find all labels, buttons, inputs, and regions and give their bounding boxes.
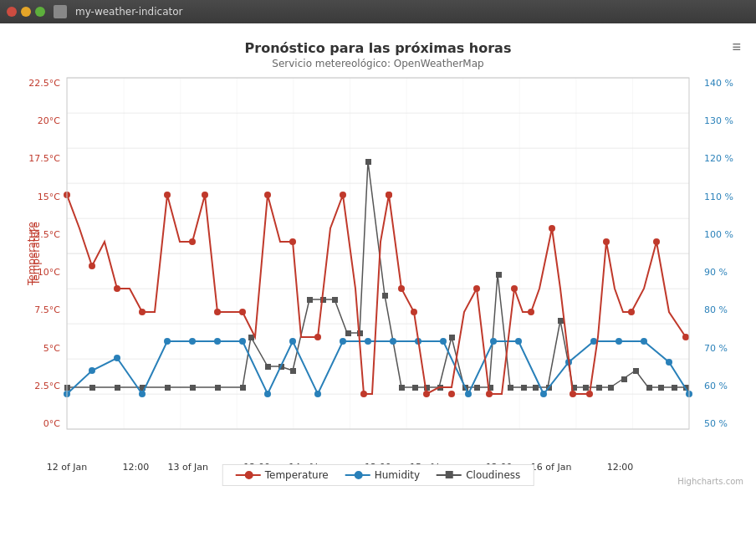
svg-point-92 (314, 334, 321, 340)
svg-point-85 (164, 192, 171, 198)
svg-rect-53 (672, 385, 677, 391)
svg-point-63 (264, 391, 271, 397)
svg-point-93 (340, 192, 346, 198)
svg-point-56 (89, 367, 95, 374)
svg-rect-35 (449, 335, 455, 340)
chart-subtitle: Servicio metereológico: OpenWeatherMap (67, 58, 689, 69)
titlebar: my-weather-indicator (0, 0, 756, 23)
svg-point-101 (473, 285, 480, 292)
svg-point-107 (586, 391, 593, 397)
minimize-button[interactable] (21, 7, 31, 17)
close-button[interactable] (7, 7, 17, 17)
temperature-axis-label: Temperature (26, 222, 38, 285)
svg-point-100 (448, 391, 455, 397)
svg-point-58 (139, 391, 146, 397)
svg-rect-40 (508, 385, 513, 391)
svg-rect-26 (332, 297, 338, 303)
svg-point-96 (386, 192, 392, 198)
svg-rect-46 (583, 385, 589, 391)
svg-rect-31 (399, 385, 405, 391)
svg-rect-21 (265, 364, 271, 370)
svg-rect-37 (474, 385, 480, 391)
svg-point-99 (423, 391, 430, 397)
svg-rect-23 (290, 368, 296, 374)
svg-point-97 (398, 285, 405, 292)
svg-rect-24 (307, 297, 313, 303)
svg-point-88 (214, 309, 221, 315)
svg-point-90 (264, 192, 271, 198)
svg-rect-29 (365, 159, 371, 165)
svg-rect-44 (558, 318, 564, 324)
svg-point-89 (239, 309, 246, 315)
svg-point-73 (515, 338, 522, 345)
svg-rect-42 (533, 385, 539, 391)
svg-rect-16 (165, 385, 171, 391)
svg-point-94 (360, 391, 367, 397)
chart-container: Pronóstico para las próximas horas Servi… (0, 23, 756, 537)
svg-point-84 (139, 309, 146, 315)
svg-point-110 (653, 238, 660, 245)
maximize-button[interactable] (35, 7, 45, 17)
svg-point-79 (666, 359, 672, 366)
legend-temperature: Temperature (236, 469, 329, 481)
svg-point-108 (603, 238, 610, 245)
svg-point-77 (616, 338, 622, 345)
svg-rect-19 (240, 385, 246, 391)
svg-point-74 (540, 391, 547, 397)
svg-rect-49 (621, 376, 627, 382)
legend-temperature-label: Temperature (265, 469, 329, 481)
svg-rect-14 (115, 385, 120, 391)
svg-point-60 (189, 338, 196, 345)
svg-point-87 (202, 192, 208, 198)
svg-rect-17 (190, 385, 196, 391)
svg-point-68 (390, 338, 396, 345)
chart-svg (67, 78, 689, 429)
svg-point-91 (289, 238, 296, 245)
svg-point-78 (641, 338, 647, 345)
svg-rect-47 (596, 385, 602, 391)
svg-rect-27 (345, 330, 351, 336)
svg-rect-41 (521, 385, 527, 391)
svg-point-59 (164, 338, 171, 345)
legend-humidity: Humidity (345, 469, 420, 481)
svg-point-61 (214, 338, 221, 345)
svg-point-65 (314, 391, 321, 397)
y-right-ticks: 50 % 60 % 70 % 80 % 90 % 100 % 110 % 120… (704, 78, 754, 429)
svg-rect-18 (215, 385, 221, 391)
svg-point-98 (411, 309, 417, 315)
svg-rect-51 (646, 385, 652, 391)
svg-point-72 (490, 338, 497, 345)
svg-point-76 (590, 338, 597, 345)
svg-point-66 (340, 338, 346, 345)
svg-rect-32 (412, 385, 418, 391)
svg-point-57 (114, 355, 120, 361)
chart-title: Pronóstico para las próximas horas (67, 40, 689, 56)
svg-point-109 (628, 309, 635, 315)
chart-legend: Temperature Humidity Cloudiness (222, 464, 534, 486)
svg-point-64 (289, 338, 296, 345)
app-icon (54, 5, 67, 18)
legend-cloudiness: Cloudiness (437, 469, 520, 481)
svg-rect-50 (633, 368, 639, 374)
svg-point-82 (89, 263, 95, 269)
svg-rect-39 (496, 272, 502, 278)
svg-point-104 (528, 309, 534, 315)
svg-point-103 (511, 285, 518, 292)
legend-humidity-label: Humidity (375, 469, 420, 481)
svg-point-105 (549, 225, 555, 232)
svg-point-111 (682, 334, 689, 340)
svg-point-102 (486, 391, 493, 397)
menu-button[interactable]: ≡ (732, 38, 741, 56)
svg-point-71 (465, 391, 472, 397)
window-title: my-weather-indicator (75, 6, 182, 18)
svg-rect-48 (608, 385, 614, 391)
svg-rect-13 (89, 385, 95, 391)
svg-point-86 (189, 238, 196, 245)
svg-point-83 (114, 285, 120, 292)
chart-area: Temperature Cloudiness (67, 78, 689, 429)
chart-credit: Highcharts.com (677, 477, 743, 486)
svg-point-62 (239, 338, 246, 345)
svg-point-67 (365, 338, 371, 345)
window-controls[interactable] (7, 7, 45, 17)
svg-point-106 (570, 391, 576, 397)
